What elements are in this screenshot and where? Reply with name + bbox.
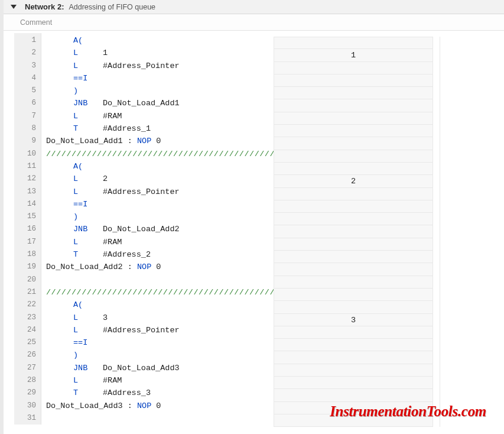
line-number: 22 [14, 299, 41, 311]
value-cell [274, 125, 433, 137]
code-opcode: T [73, 248, 103, 261]
value-cell [274, 37, 433, 49]
line-number: 2 [14, 47, 41, 59]
code-opcode: L [73, 110, 103, 122]
code-keyword: NOP [137, 135, 151, 147]
code-opcode: L [73, 236, 103, 248]
value-cell [274, 75, 433, 87]
code-opcode: L [73, 186, 103, 198]
value-cell [274, 289, 433, 301]
network-header[interactable]: Network 2: Addressing of FIFO queue [4, 0, 504, 14]
code-opcode: JNB [73, 362, 103, 374]
code-operand: 1 [103, 47, 108, 59]
line-number: 16 [14, 223, 41, 235]
value-cell [274, 339, 433, 351]
code-opcode: L [73, 312, 103, 324]
editor-pane: Network 2: Addressing of FIFO queue Comm… [0, 0, 504, 434]
code-operand: Do_Not_Load_Add1 [103, 97, 180, 109]
line-number: 18 [14, 248, 41, 261]
value-cell [274, 188, 433, 200]
code-opcode: L [73, 47, 103, 59]
value-cell [274, 137, 433, 150]
value-cell [274, 99, 433, 112]
code-opcode: JNB [73, 223, 103, 235]
line-number: 12 [14, 173, 41, 185]
value-cell [274, 377, 433, 389]
value-cell [274, 87, 433, 99]
line-number: 26 [14, 349, 41, 361]
network-title: Addressing of FIFO queue [69, 3, 155, 11]
line-number: 10 [14, 148, 41, 160]
line-number: 17 [14, 236, 41, 248]
line-number: 27 [14, 362, 41, 374]
code-operand: #Address_Pointer [103, 324, 180, 336]
line-number: 8 [14, 122, 41, 135]
code-opcode: L [73, 324, 103, 336]
line-number: 13 [14, 186, 41, 198]
network-label: Network 2: [25, 2, 64, 11]
value-cell [274, 200, 433, 213]
value-cell [274, 150, 433, 163]
code-area: 1234567891011121314151617181920212223242… [4, 31, 504, 425]
value-cell [274, 62, 433, 75]
code-opcode: L [73, 60, 103, 72]
line-number: 31 [14, 412, 41, 425]
code-opcode: L [73, 374, 103, 387]
code-operand: #Address_2 [103, 248, 151, 261]
code-opcode: L [73, 173, 103, 185]
line-number: 25 [14, 336, 41, 349]
code-opcode: A( [73, 299, 103, 311]
code-operand: 3 [103, 312, 108, 324]
value-cell [274, 326, 433, 339]
value-cell [274, 389, 433, 401]
comment-field[interactable]: Comment [4, 14, 504, 31]
code-label: Do_Not_Load_Add1 [46, 135, 128, 147]
value-cell [274, 225, 433, 238]
line-number: 11 [14, 160, 41, 173]
line-number: 29 [14, 387, 41, 399]
line-number: 3 [14, 60, 41, 72]
stl-code[interactable]: A(L1L#Address_Pointer==I)JNBDo_Not_Load_… [41, 33, 504, 425]
code-keyword: NOP [137, 400, 151, 412]
line-number: 24 [14, 324, 41, 336]
value-cell: 1 [274, 49, 433, 61]
code-operand: #RAM [103, 110, 122, 122]
code-opcode: ==I [73, 336, 103, 349]
collapse-caret-icon[interactable] [11, 5, 17, 9]
code-operand: #RAM [103, 236, 122, 248]
value-cell: 3 [274, 314, 433, 326]
line-number: 9 [14, 135, 41, 147]
code-opcode: JNB [73, 97, 103, 109]
code-operand: #Address_Pointer [103, 186, 180, 198]
operand-value-column-end [433, 37, 440, 427]
line-number: 4 [14, 72, 41, 85]
code-opcode: ==I [73, 198, 103, 210]
code-operand: Do_Not_Load_Add3 [103, 362, 180, 374]
line-number: 23 [14, 312, 41, 324]
code-keyword: NOP [137, 261, 151, 273]
value-cell [274, 238, 433, 251]
code-operand: #Address_Pointer [103, 60, 180, 72]
value-cell: 2 [274, 175, 433, 187]
code-operand: Do_Not_Load_Add2 [103, 223, 180, 235]
code-opcode: A( [73, 34, 103, 47]
value-cell [274, 276, 433, 289]
line-number: 28 [14, 374, 41, 387]
code-label: Do_Not_Load_Add3 [46, 400, 128, 412]
line-number: 20 [14, 274, 41, 286]
line-number-gutter: 1234567891011121314151617181920212223242… [14, 33, 41, 425]
code-opcode: ) [73, 210, 103, 223]
operand-value-column: 123 [274, 37, 433, 427]
code-label: Do_Not_Load_Add2 [46, 261, 128, 273]
line-number: 30 [14, 400, 41, 412]
code-opcode: T [73, 122, 103, 135]
value-cell [274, 251, 433, 263]
watermark: InstrumentationTools.com [330, 403, 486, 420]
code-operand: #Address_3 [103, 387, 151, 399]
value-cell [274, 301, 433, 313]
code-operand: 2 [103, 173, 108, 185]
value-cell [274, 263, 433, 276]
line-number: 19 [14, 261, 41, 273]
value-cell [274, 213, 433, 225]
value-cell [274, 112, 433, 125]
